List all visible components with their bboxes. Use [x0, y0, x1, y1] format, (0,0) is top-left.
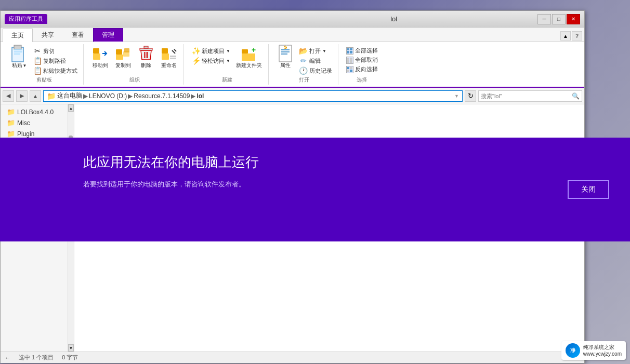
deselect-all-icon — [346, 57, 353, 64]
maximize-button[interactable]: □ — [552, 14, 566, 24]
select-all-icon — [346, 47, 353, 55]
ribbon-up-btn[interactable]: ▲ — [560, 31, 571, 41]
svg-rect-22 — [242, 49, 248, 53]
scroll-up-btn[interactable]: ▲ — [68, 104, 74, 112]
svg-rect-10 — [124, 48, 129, 52]
error-subtitle: 若要找到适用于你的电脑的版本，请咨询软件发布者。 — [83, 180, 609, 189]
svg-rect-4 — [14, 53, 20, 55]
new-group: ✨ 新建项目 ▼ ⚡ 轻松访问 ▼ + — [186, 44, 269, 85]
paste-label: 粘贴 ▼ — [12, 62, 27, 69]
path-drive: LENOVO (D:) — [89, 92, 127, 100]
rename-label: 重命名 — [161, 62, 177, 69]
close-button[interactable]: ✕ — [567, 14, 580, 24]
svg-text:+: + — [252, 46, 256, 54]
paste-button[interactable]: 粘贴 ▼ — [9, 44, 30, 70]
new-label: 新建 — [222, 76, 232, 84]
rename-button[interactable]: 重命名 — [159, 44, 179, 70]
ribbon-help-btn[interactable]: ? — [572, 31, 582, 41]
select-label: 选择 — [357, 76, 367, 84]
invert-select-icon — [346, 66, 353, 73]
error-dialog: 此应用无法在你的电脑上运行 若要找到适用于你的电脑的版本，请咨询软件发布者。 关… — [0, 138, 630, 241]
title-bar-left: 应用程序工具 — [5, 14, 292, 24]
delete-button[interactable]: 删除 — [136, 44, 156, 70]
select-column: 全部选择 全部取消 反向选择 — [345, 44, 379, 74]
properties-button[interactable]: 属性 — [275, 44, 296, 70]
svg-rect-7 — [116, 49, 122, 55]
svg-rect-6 — [93, 53, 100, 60]
open-label: 打开 — [299, 76, 309, 84]
copy-path-button[interactable]: 📋 复制路径 — [32, 56, 79, 65]
new-folder-button[interactable]: + 新建文件夹 — [234, 44, 264, 70]
sidebar-item-lolbox440[interactable]: 📁 LOLBox4.4.0 — [1, 106, 68, 117]
copy-to-button[interactable]: 复制到 — [113, 44, 134, 70]
status-selection: 选中 1 个项目 — [19, 354, 54, 361]
tab-share[interactable]: 共享 — [33, 28, 63, 42]
minimize-button[interactable]: ─ — [537, 14, 551, 24]
new-right-column: ✨ 新建项目 ▼ ⚡ 轻松访问 ▼ — [190, 44, 232, 65]
invert-select-button[interactable]: 反向选择 — [345, 65, 379, 74]
history-icon: 🕐 — [299, 66, 308, 75]
cut-button[interactable]: ✂ 剪切 — [32, 46, 79, 56]
history-button[interactable]: 🕐 历史记录 — [298, 66, 334, 75]
refresh-button[interactable]: ↻ — [465, 90, 476, 102]
easy-access-icon: ⚡ — [192, 57, 200, 65]
new-item-icon: ✨ — [192, 47, 200, 55]
select-all-button[interactable]: 全部选择 — [345, 46, 379, 55]
address-path[interactable]: 📁 这台电脑 ▶ LENOVO (D:) ▶ Resource.7.1.1450… — [43, 90, 463, 102]
title-bar: 应用程序工具 lol ─ □ ✕ — [1, 11, 584, 28]
search-input[interactable] — [481, 93, 572, 99]
folder-icon-lolbox440: 📁 — [7, 108, 15, 116]
svg-rect-17 — [162, 53, 169, 60]
svg-rect-11 — [140, 48, 152, 50]
scroll-down-btn[interactable]: ▼ — [68, 344, 74, 352]
status-size: 0 字节 — [62, 354, 78, 361]
organize-group: 移动到 复制到 — [86, 44, 184, 85]
paste-shortcut-button[interactable]: 📋 粘贴快捷方式 — [32, 66, 79, 75]
watermark: 净 纯净系统之家 www.ycwjzy.com — [561, 341, 626, 360]
error-close-button[interactable]: 关闭 — [568, 180, 609, 199]
tab-manage[interactable]: 管理 — [93, 28, 123, 42]
status-nav: ← — [5, 355, 10, 361]
svg-line-20 — [172, 50, 175, 53]
paste-shortcut-icon: 📋 — [33, 66, 42, 75]
delete-icon — [138, 45, 154, 62]
svg-rect-16 — [162, 48, 168, 53]
app-tools-tab[interactable]: 应用程序工具 — [5, 14, 47, 24]
folder-icon-misc: 📁 — [7, 119, 15, 127]
search-icon: 🔍 — [572, 92, 580, 100]
svg-rect-5 — [93, 48, 99, 53]
easy-access-button[interactable]: ⚡ 轻松访问 ▼ — [190, 56, 232, 65]
clipboard-label: 剪贴板 — [36, 76, 52, 84]
path-resource: Resource.7.1.14509 — [134, 92, 190, 100]
svg-rect-27 — [281, 51, 290, 52]
properties-icon — [277, 45, 294, 62]
tab-home[interactable]: 主页 — [3, 29, 33, 42]
search-box[interactable]: 🔍 — [478, 90, 582, 102]
path-arrow-1: ▶ — [83, 92, 88, 100]
title-controls: ─ □ ✕ — [537, 14, 580, 24]
back-button[interactable]: ◀ — [3, 90, 14, 102]
folder-icon-plugin: 📁 — [7, 130, 15, 138]
path-arrow-2: ▶ — [128, 92, 133, 100]
new-folder-icon: + — [241, 45, 257, 62]
copy-path-icon: 📋 — [33, 57, 42, 65]
clipboard-right: ✂ 剪切 📋 复制路径 📋 粘贴快捷方式 — [32, 44, 79, 75]
edit-button[interactable]: ✏ 编辑 — [298, 56, 334, 65]
new-item-button[interactable]: ✨ 新建项目 ▼ — [190, 46, 232, 56]
tab-view[interactable]: 查看 — [63, 28, 93, 42]
deselect-all-button[interactable]: 全部取消 — [345, 56, 379, 64]
path-arrow-3: ▶ — [191, 92, 195, 100]
svg-rect-2 — [14, 49, 22, 50]
move-to-button[interactable]: 移动到 — [90, 44, 111, 70]
select-group: 全部选择 全部取消 反向选择 — [340, 44, 384, 85]
error-title: 此应用无法在你的电脑上运行 — [83, 153, 609, 171]
svg-rect-28 — [281, 53, 287, 55]
forward-button[interactable]: ▶ — [16, 90, 28, 102]
svg-rect-26 — [281, 49, 290, 50]
ribbon-toolbar: 粘贴 ▼ ✂ 剪切 📋 复制路径 📋 — [1, 42, 584, 88]
svg-rect-1 — [14, 45, 21, 49]
move-to-label: 移动到 — [93, 62, 108, 69]
open-button[interactable]: 📂 打开 ▼ — [298, 46, 334, 56]
sidebar-item-misc[interactable]: 📁 Misc — [1, 117, 68, 128]
up-button[interactable]: ▲ — [30, 90, 41, 102]
